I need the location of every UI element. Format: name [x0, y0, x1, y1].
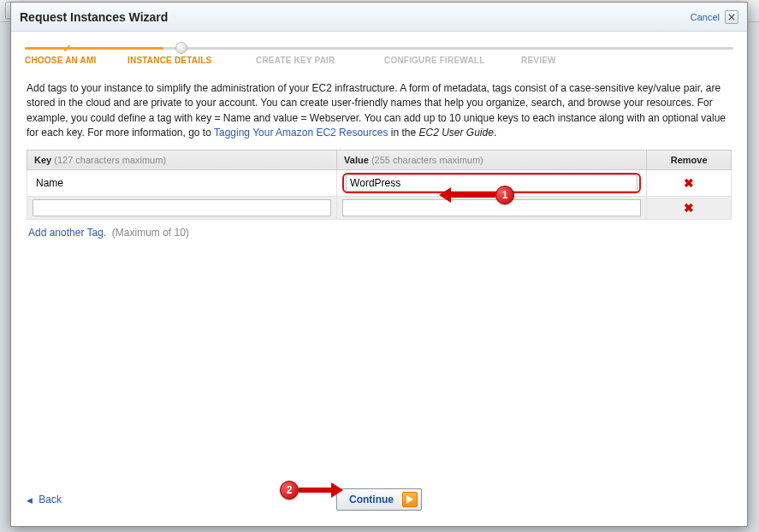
close-button[interactable]: [725, 10, 738, 24]
intro-text: Add tags to your instance to simplify th…: [27, 81, 732, 141]
tag-key-value[interactable]: Name: [33, 174, 331, 192]
remove-tag-button[interactable]: ✖: [684, 201, 694, 215]
tag-value-input[interactable]: [346, 174, 637, 192]
table-row: Name ✖: [27, 169, 732, 196]
step-create-key-pair: CREATE KEY PAIR: [256, 56, 384, 65]
triangle-left-icon: ◀: [27, 496, 33, 505]
guide-name: EC2 User Guide: [419, 127, 494, 139]
col-remove: Remove: [647, 150, 732, 169]
intro-part3: .: [494, 127, 496, 139]
add-tag-row: Add another Tag. (Maximum of 10): [28, 227, 730, 239]
step-choose-ami: CHOOSE AN AMI: [25, 56, 127, 65]
step-dot-active: [175, 42, 187, 54]
back-button[interactable]: ◀ Back: [27, 494, 62, 505]
continue-button[interactable]: Continue: [336, 488, 422, 511]
step-dot-done: ✔: [62, 43, 74, 55]
continue-label: Continue: [349, 494, 394, 505]
tag-value-input-empty[interactable]: [342, 199, 641, 216]
wizard-footer: ◀ Back Continue: [11, 482, 747, 526]
tag-key-input-empty[interactable]: [33, 199, 331, 216]
col-key: Key (127 characters maximum): [27, 150, 337, 169]
step-track-done: [25, 47, 163, 50]
col-value-label: Value: [344, 155, 369, 165]
modal-titlebar: Request Instances Wizard Cancel: [11, 3, 747, 32]
value-highlight: [342, 173, 641, 193]
col-value-hint: (255 characters maximum): [371, 155, 483, 165]
modal-title: Request Instances Wizard: [20, 10, 168, 24]
remove-tag-button[interactable]: ✖: [684, 176, 694, 190]
add-tag-link[interactable]: Add another Tag.: [28, 227, 106, 239]
intro-part2: in the: [391, 127, 419, 139]
cancel-link[interactable]: Cancel: [691, 12, 720, 22]
back-label: Back: [39, 494, 62, 505]
wizard-content: Add tags to your instance to simplify th…: [11, 78, 747, 482]
step-review: REVIEW: [521, 56, 733, 65]
tagging-docs-link[interactable]: Tagging Your Amazon EC2 Resources: [214, 127, 388, 139]
col-value: Value (255 characters maximum): [337, 150, 647, 169]
close-icon: [728, 14, 735, 21]
arrow-right-icon: [402, 492, 418, 507]
wizard-steps: ✔ CHOOSE AN AMI INSTANCE DETAILS CREATE …: [25, 44, 733, 73]
table-row-empty: ✖: [27, 196, 732, 219]
col-key-label: Key: [34, 155, 51, 165]
add-tag-hint: (Maximum of 10): [112, 227, 189, 239]
step-instance-details: INSTANCE DETAILS: [127, 56, 256, 65]
step-configure-firewall: CONFIGURE FIREWALL: [384, 56, 521, 65]
check-icon: ✔: [62, 42, 72, 55]
tags-table: Key (127 characters maximum) Value (255 …: [27, 150, 732, 220]
col-key-hint: (127 characters maximum): [54, 155, 166, 165]
wizard-modal: Request Instances Wizard Cancel ✔ CHOOSE…: [10, 2, 748, 527]
